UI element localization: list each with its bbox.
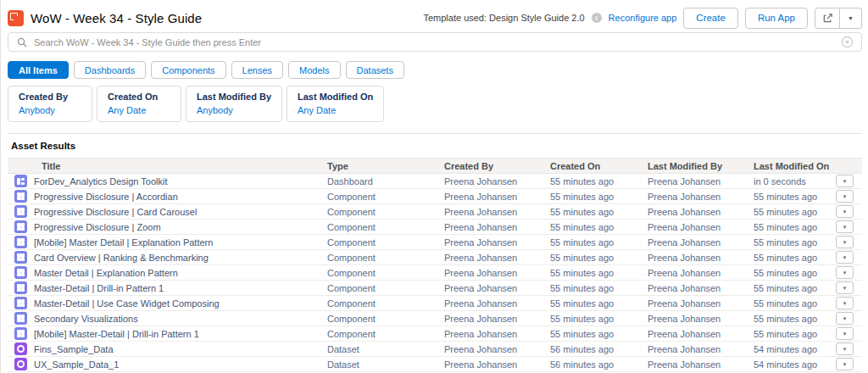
row-actions-button[interactable]: ▼ [836, 205, 854, 218]
row-actions-button[interactable]: ▼ [836, 297, 854, 309]
asset-type: Dataset [327, 344, 444, 354]
column-header-title[interactable]: Title [8, 161, 327, 171]
table-row[interactable]: [Mobile] Master-Detail | Drill-in Patter… [8, 326, 862, 342]
create-button[interactable]: Create [683, 8, 738, 29]
row-actions-button[interactable]: ▼ [836, 220, 854, 233]
row-actions-button[interactable]: ▼ [836, 190, 854, 203]
component-icon [14, 190, 27, 203]
asset-title: Master-Detail | Drill-in Pattern 1 [34, 283, 164, 293]
table-row[interactable]: Master-Detail | Use Case Widget Composin… [8, 296, 862, 311]
tab-models[interactable]: Models [288, 61, 340, 79]
asset-created-by: Preena Johansen [444, 268, 550, 278]
row-actions-button[interactable]: ▼ [836, 342, 854, 355]
tab-all-items[interactable]: All Items [8, 61, 69, 79]
column-header-last-modified-on[interactable]: Last Modified On [754, 161, 836, 171]
reconfigure-app-link[interactable]: Reconfigure app [609, 13, 677, 23]
asset-modified-by: Preena Johansen [648, 314, 754, 324]
table-row[interactable]: UX_Sample_Data_1 Dataset Preena Johansen… [8, 357, 862, 372]
asset-created-on: 55 minutes ago [550, 222, 648, 232]
chevron-down-icon: ▼ [843, 316, 848, 321]
tab-dashboards[interactable]: Dashboards [74, 61, 146, 79]
table-row[interactable]: Card Overview | Ranking & Benchmarking C… [8, 250, 862, 265]
asset-created-by: Preena Johansen [444, 253, 550, 263]
asset-created-on: 55 minutes ago [550, 268, 648, 278]
share-icon [822, 13, 833, 24]
column-header-type[interactable]: Type [327, 161, 444, 171]
row-actions-button[interactable]: ▼ [836, 281, 854, 294]
tab-datasets[interactable]: Datasets [346, 61, 404, 79]
info-icon[interactable]: i [592, 13, 602, 23]
asset-title: [Mobile] Master Detail | Explanation Pat… [34, 237, 213, 248]
app-page: WoW - Week 34 - Style Guide Template use… [1, 0, 868, 373]
asset-modified-on: 55 minutes ago [754, 329, 836, 339]
row-actions-button[interactable]: ▼ [836, 236, 854, 248]
chevron-down-icon: ▼ [843, 347, 848, 352]
chevron-down-icon: ▼ [843, 362, 848, 367]
row-actions-button[interactable]: ▼ [836, 312, 854, 325]
row-actions-button[interactable]: ▼ [836, 251, 854, 264]
asset-type: Component [327, 222, 444, 232]
clear-search-icon[interactable]: ✕ [842, 36, 853, 47]
column-header-last-modified-by[interactable]: Last Modified By [648, 161, 754, 171]
chevron-down-icon: ▼ [843, 194, 848, 199]
asset-created-on: 56 minutes ago [550, 344, 648, 354]
run-app-button[interactable]: Run App [745, 8, 808, 29]
table-row[interactable]: ForDev_Analytics Design Toolkit Dashboar… [8, 174, 862, 189]
row-actions-button[interactable]: ▼ [836, 358, 854, 370]
component-icon [14, 220, 27, 233]
table-row[interactable]: Master Detail | Explanation Pattern Comp… [8, 265, 862, 281]
search-input[interactable] [34, 37, 835, 47]
asset-title: [Mobile] Master-Detail | Drill-in Patter… [34, 329, 199, 339]
asset-modified-on: 55 minutes ago [754, 207, 836, 217]
asset-type: Component [327, 237, 444, 248]
table-row[interactable]: Secondary Visualizations Component Preen… [8, 311, 862, 326]
filter-card-created-by[interactable]: Created By Anybody [8, 86, 92, 122]
tab-components[interactable]: Components [151, 61, 225, 79]
filter-card-created-on[interactable]: Created On Any Date [97, 86, 181, 122]
asset-modified-by: Preena Johansen [648, 344, 754, 354]
asset-created-by: Preena Johansen [444, 176, 550, 186]
table-row[interactable]: Progressive Disclosure | Accordian Compo… [8, 189, 862, 204]
asset-type: Component [327, 268, 444, 278]
table-body: ForDev_Analytics Design Toolkit Dashboar… [8, 174, 862, 373]
asset-modified-by: Preena Johansen [648, 253, 754, 263]
asset-type: Component [327, 329, 444, 339]
row-actions-button[interactable]: ▼ [836, 327, 854, 340]
table-row[interactable]: [Mobile] Master Detail | Explanation Pat… [8, 235, 862, 250]
asset-modified-on: 55 minutes ago [754, 222, 836, 232]
tab-lenses[interactable]: Lenses [231, 61, 283, 79]
search-icon [17, 37, 27, 47]
asset-modified-by: Preena Johansen [648, 298, 754, 309]
chevron-down-icon: ▼ [843, 240, 848, 245]
asset-created-by: Preena Johansen [444, 237, 550, 248]
share-button[interactable] [815, 8, 840, 29]
column-header-created-on[interactable]: Created On [550, 161, 648, 171]
table-row[interactable]: Progressive Disclosure | Zoom Component … [8, 220, 862, 235]
section-divider [8, 133, 862, 134]
column-header-created-by[interactable]: Created By [444, 161, 550, 171]
asset-modified-on: 55 minutes ago [754, 237, 836, 248]
asset-modified-by: Preena Johansen [648, 283, 754, 293]
asset-modified-by: Preena Johansen [648, 176, 754, 186]
filter-card-last-modified-on[interactable]: Last Modified On Any Date [287, 86, 384, 122]
filter-cards: Created By Anybody Created On Any Date L… [8, 86, 862, 122]
asset-title: Progressive Disclosure | Card Carousel [34, 207, 197, 217]
asset-created-on: 55 minutes ago [550, 314, 648, 324]
table-row[interactable]: Progressive Disclosure | Card Carousel C… [8, 204, 862, 220]
asset-created-on: 55 minutes ago [550, 192, 648, 202]
asset-type: Component [327, 314, 444, 324]
table-row[interactable]: Master-Detail | Drill-in Pattern 1 Compo… [8, 281, 862, 296]
asset-title: Progressive Disclosure | Accordian [34, 192, 178, 202]
chevron-down-icon: ▼ [843, 331, 848, 337]
asset-modified-by: Preena Johansen [648, 192, 754, 202]
asset-created-by: Preena Johansen [444, 344, 550, 354]
asset-modified-on: 55 minutes ago [754, 314, 836, 324]
app-actions-dropdown-button[interactable]: ▼ [840, 8, 862, 29]
filter-card-label: Last Modified By [197, 92, 271, 102]
asset-created-by: Preena Johansen [444, 359, 550, 370]
row-actions-button[interactable]: ▼ [836, 266, 854, 279]
chevron-down-icon: ▼ [843, 270, 848, 276]
table-row[interactable]: Fins_Sample_Data Dataset Preena Johansen… [8, 342, 862, 357]
filter-card-last-modified-by[interactable]: Last Modified By Anybody [186, 86, 282, 122]
row-actions-button[interactable]: ▼ [836, 175, 854, 187]
